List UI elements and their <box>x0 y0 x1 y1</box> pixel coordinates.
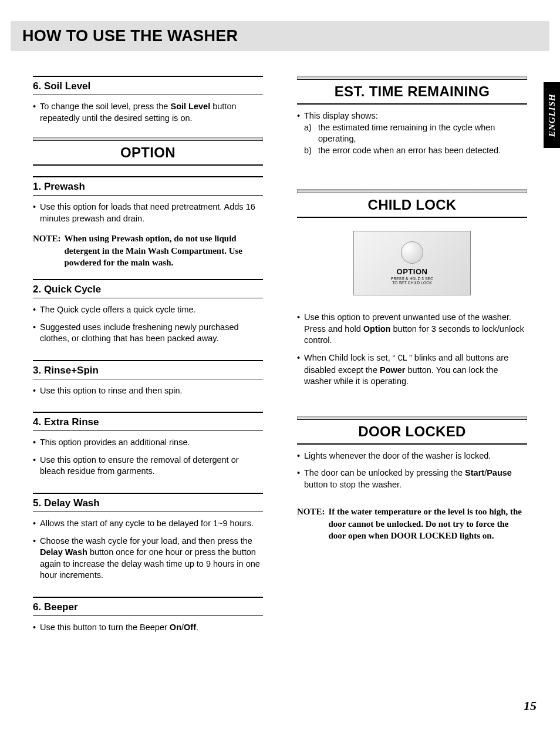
section-door-locked: DOOR LOCKED <box>297 416 527 445</box>
subheading-text: 3. Rinse+Spin <box>33 365 263 376</box>
bullet-item: •Use this option to ensure the removal o… <box>33 455 263 477</box>
section-heading: CHILD LOCK <box>297 197 527 213</box>
option-button-graphic: OPTION PRESS & HOLD 3 SECTO SET CHILD LO… <box>353 231 471 295</box>
bullet-item: • This display shows: a)the estimated ti… <box>297 110 527 156</box>
body-text-bold: Delay Wash <box>40 547 87 557</box>
body-text: Use this option to rinse and then spin. <box>40 385 263 397</box>
list-tag: b) <box>304 145 318 157</box>
subheading-soil-level: 6. Soil Level <box>33 76 263 95</box>
section-est-time: EST. TIME REMAINING <box>297 76 527 105</box>
body-text-bold: Start <box>465 468 484 477</box>
body-text: Use this button to turn the Beeper <box>40 623 170 632</box>
section-child-lock: CHILD LOCK <box>297 189 527 218</box>
body-text-bold: Power <box>380 365 406 375</box>
body-text: button to stop the washer. <box>304 480 402 489</box>
body-text: Use this option for loads that need pret… <box>40 201 263 224</box>
bullet-item: • Choose the wash cycle for your load, a… <box>33 536 263 581</box>
option-button-subtext: PRESS & HOLD 3 SECTO SET CHILD LOCK <box>391 277 433 285</box>
body-text-bold: Option <box>363 324 391 334</box>
subheading-text: 6. Beeper <box>33 601 263 613</box>
body-text-bold: Soil Level <box>170 102 210 111</box>
bullet-item: •Use this option for loads that need pre… <box>33 201 263 224</box>
subheading-rinse-spin: 3. Rinse+Spin <box>33 360 263 379</box>
subheading-text: 4. Extra Rinse <box>33 416 263 428</box>
subheading-text: 5. Delay Wash <box>33 497 263 509</box>
bullet-item: • The door can be unlocked by pressing t… <box>297 467 527 490</box>
section-heading: DOOR LOCKED <box>297 423 527 440</box>
option-button-label: OPTION <box>397 267 428 276</box>
body-text: . <box>196 623 198 632</box>
body-text: To change the soil level, press the <box>40 102 170 111</box>
subheading-text: 1. Prewash <box>33 181 263 193</box>
section-heading: OPTION <box>33 144 263 161</box>
body-text: The door can be unlocked by pressing the <box>304 468 465 477</box>
bullet-item: •Lights whenever the door of the washer … <box>297 450 527 462</box>
body-text: The Quick cycle offers a quick cycle tim… <box>40 304 263 316</box>
subheading-extra-rinse: 4. Extra Rinse <box>33 412 263 431</box>
page-title-bar: HOW TO USE THE WASHER <box>11 21 549 51</box>
bullet-item: • To change the soil level, press the So… <box>33 101 263 124</box>
note-body: When using Prewash option, do not use li… <box>65 233 263 268</box>
option-button-icon <box>401 241 423 264</box>
body-text: the estimated time remaining in the cycl… <box>318 122 527 145</box>
page-title: HOW TO USE THE WASHER <box>22 27 538 45</box>
bullet-item: •The Quick cycle offers a quick cycle ti… <box>33 304 263 316</box>
body-text: the error code when an error has been de… <box>318 145 501 157</box>
note-label: NOTE: <box>33 233 61 268</box>
section-option: OPTION <box>33 137 263 166</box>
bullet-item: • Use this option to prevent unwanted us… <box>297 312 527 347</box>
section-heading: EST. TIME REMAINING <box>297 83 527 100</box>
body-text: Choose the wash cycle for your load, and… <box>40 536 252 546</box>
body-text: This option provides an additional rinse… <box>40 437 263 449</box>
body-text-bold: Pause <box>487 468 512 477</box>
subheading-text: 6. Soil Level <box>33 80 263 92</box>
body-text: When Child lock is set, “ <box>304 353 398 362</box>
bullet-item: •This option provides an additional rins… <box>33 437 263 449</box>
subheading-quick-cycle: 2. Quick Cycle <box>33 279 263 298</box>
subheading-prewash: 1. Prewash <box>33 176 263 196</box>
left-column: 6. Soil Level • To change the soil level… <box>33 76 263 638</box>
body-text: Use this option to ensure the removal of… <box>40 455 263 477</box>
subheading-delay-wash: 5. Delay Wash <box>33 493 263 512</box>
body-text: Lights whenever the door of the washer i… <box>304 450 527 462</box>
body-text-bold: Off <box>184 623 196 632</box>
subheading-beeper: 6. Beeper <box>33 597 263 616</box>
note-body: If the water temperature or the level is… <box>329 506 527 541</box>
body-text: Allows the start of any cycle to be dela… <box>40 518 263 530</box>
body-text: This display shows: <box>304 111 378 120</box>
cl-display-icon: CL <box>398 354 407 363</box>
note-label: NOTE: <box>297 506 325 541</box>
language-tab: ENGLISH <box>544 82 560 148</box>
page-number: 15 <box>524 698 537 714</box>
body-text: Suggested uses include freshening newly … <box>40 322 263 345</box>
bullet-item: •Allows the start of any cycle to be del… <box>33 518 263 530</box>
bullet-item: •Use this option to rinse and then spin. <box>33 385 263 397</box>
bullet-item: •Suggested uses include freshening newly… <box>33 322 263 345</box>
right-column: EST. TIME REMAINING • This display shows… <box>297 76 527 638</box>
bullet-item: • Use this button to turn the Beeper On/… <box>33 622 263 634</box>
list-tag: a) <box>304 122 318 145</box>
bullet-item: • When Child lock is set, “ CL ” blinks … <box>297 352 527 388</box>
note-prewash: NOTE: When using Prewash option, do not … <box>33 233 263 268</box>
subheading-text: 2. Quick Cycle <box>33 284 263 295</box>
body-text-bold: On <box>170 623 181 632</box>
note-door-locked: NOTE: If the water temperature or the le… <box>297 506 527 541</box>
